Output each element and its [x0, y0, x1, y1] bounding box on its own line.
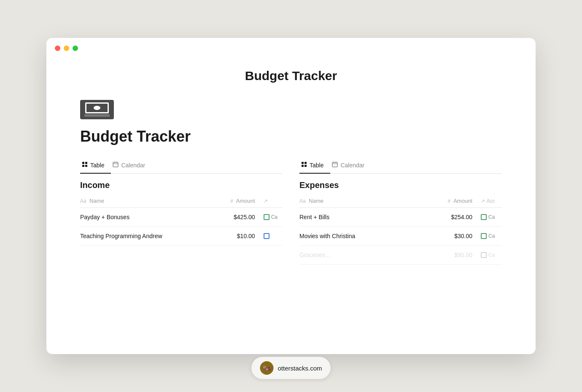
expenses-tab-calendar[interactable]: Calendar	[330, 157, 371, 174]
income-row-2[interactable]: Teaching Programming Andrew $10.00	[80, 227, 283, 246]
expenses-row-2-tag-icon	[481, 233, 487, 239]
expenses-name-label: Name	[309, 198, 323, 204]
close-button[interactable]	[55, 46, 60, 51]
expenses-row-1[interactable]: Rent + Bills $254.00 Ca	[299, 208, 502, 227]
expenses-aa-icon: Aa	[299, 198, 306, 204]
table-icon	[82, 161, 88, 169]
aa-icon: Aa	[80, 198, 86, 204]
calendar-icon	[113, 161, 119, 169]
income-tag-col-header: ↗	[264, 194, 283, 208]
footer-site: otterstacks.com	[278, 365, 322, 372]
expenses-section-title: Expenses	[299, 174, 502, 194]
svg-rect-12	[302, 165, 304, 167]
svg-rect-14	[332, 162, 337, 167]
page-content: Budget Tracker Table	[46, 91, 536, 282]
window-title: Budget Tracker	[55, 69, 527, 83]
income-name-label: Name	[89, 198, 104, 204]
income-row-1[interactable]: Payday + Bonuses $425.00 Ca	[80, 208, 283, 227]
expenses-row-3-tag: Ca	[481, 246, 502, 265]
expenses-row-3[interactable]: Groceries... $95.00 Ca	[299, 246, 502, 265]
income-tab-calendar[interactable]: Calendar	[111, 157, 152, 174]
income-row-2-name: Teaching Programming Andrew	[80, 227, 213, 246]
income-tab-bar: Table Calendar	[80, 157, 283, 174]
expenses-tab-bar: Table Calendar	[299, 157, 502, 174]
svg-rect-13	[304, 165, 307, 167]
expenses-amount-col-header: # Amount	[417, 194, 481, 208]
svg-rect-4	[113, 162, 118, 167]
expenses-row-1-tag-icon	[481, 214, 487, 220]
window-title-area: Budget Tracker	[46, 56, 536, 91]
tables-row: Table Calendar	[80, 157, 502, 265]
income-row-1-name: Payday + Bonuses	[80, 208, 213, 227]
expenses-row-1-tag: Ca	[481, 208, 502, 227]
income-row-1-tag: Ca	[264, 208, 283, 227]
expenses-calendar-icon	[332, 161, 338, 169]
expenses-row-3-tag-icon	[481, 252, 487, 258]
expenses-hash-icon: #	[448, 198, 451, 204]
expenses-row-2-name: Movies with Christina	[299, 227, 417, 246]
expenses-section: Table Calendar	[299, 157, 502, 265]
income-tab-calendar-label: Calendar	[121, 162, 145, 169]
income-tab-table-label: Table	[90, 162, 104, 169]
income-amount-col-header: # Amount	[213, 194, 264, 208]
expenses-row-3-name: Groceries...	[299, 246, 417, 265]
income-row-2-tag-icon	[264, 233, 269, 239]
expenses-row-1-amount: $254.00	[417, 208, 481, 227]
svg-rect-1	[85, 162, 87, 164]
svg-rect-11	[304, 162, 307, 164]
income-section-title: Income	[80, 174, 283, 194]
expenses-tag-col-header: ↗ Acc	[481, 194, 502, 208]
expenses-tab-table-label: Table	[310, 162, 323, 169]
expenses-row-2-amount: $30.00	[417, 227, 481, 246]
page-icon-area	[80, 100, 502, 119]
svg-rect-18	[482, 215, 486, 219]
svg-rect-0	[82, 162, 84, 164]
expenses-acc-label: Acc	[487, 198, 495, 204]
svg-rect-20	[482, 253, 486, 257]
income-row-2-tag	[264, 227, 283, 246]
income-section: Table Calendar	[80, 157, 283, 265]
expenses-row-2-tag: Ca	[481, 227, 502, 246]
income-row-1-amount: $425.00	[213, 208, 264, 227]
svg-rect-8	[264, 215, 269, 219]
hash-icon: #	[230, 198, 233, 204]
footer-bar: 🦦 otterstacks.com	[251, 357, 331, 379]
income-name-col-header: Aa Name	[80, 194, 213, 208]
income-tab-table[interactable]: Table	[80, 157, 111, 174]
income-row-1-tag-icon	[264, 214, 269, 220]
expenses-tab-calendar-label: Calendar	[340, 162, 364, 169]
income-amount-label: Amount	[236, 198, 255, 204]
title-bar	[46, 38, 536, 56]
svg-rect-19	[482, 234, 486, 238]
expenses-tab-table[interactable]: Table	[299, 157, 330, 174]
svg-rect-10	[302, 162, 304, 164]
page-heading: Budget Tracker	[80, 128, 502, 145]
expenses-table-icon	[301, 161, 307, 169]
expenses-amount-label: Amount	[453, 198, 472, 204]
svg-rect-9	[264, 234, 269, 238]
svg-rect-2	[82, 165, 84, 167]
income-row-2-amount: $10.00	[213, 227, 264, 246]
minimize-button[interactable]	[64, 46, 69, 51]
expenses-row-3-amount: $95.00	[417, 246, 481, 265]
app-window: Budget Tracker Budget Tracker	[46, 38, 536, 354]
svg-rect-3	[85, 165, 87, 167]
expenses-row-2[interactable]: Movies with Christina $30.00 Ca	[299, 227, 502, 246]
expenses-table: Aa Name # Amount ↗ Acc	[299, 194, 502, 265]
expenses-row-1-name: Rent + Bills	[299, 208, 417, 227]
expenses-name-col-header: Aa Name	[299, 194, 417, 208]
income-table: Aa Name # Amount ↗	[80, 194, 283, 246]
maximize-button[interactable]	[73, 46, 78, 51]
otter-avatar: 🦦	[260, 361, 273, 375]
